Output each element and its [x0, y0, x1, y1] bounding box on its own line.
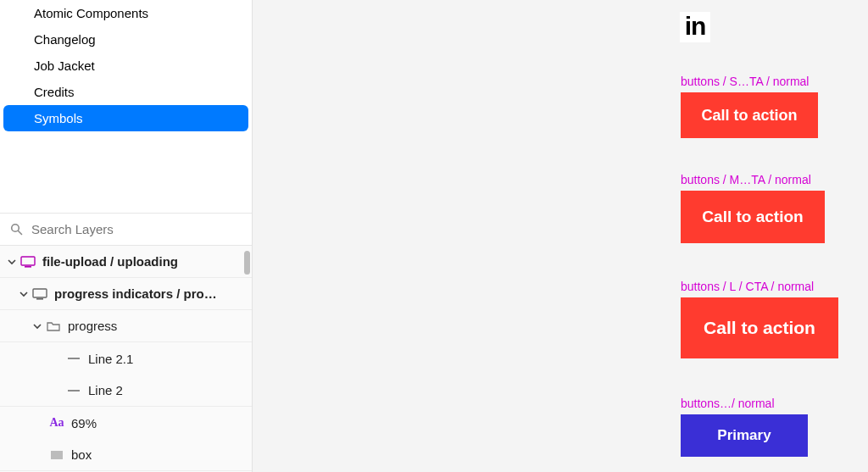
sidebar: Atomic Components Changelog Job Jacket C… [0, 0, 253, 472]
search-layers[interactable] [0, 213, 252, 246]
layers-panel: file-upload / uploading progress indicat… [0, 246, 252, 472]
chevron-down-icon [17, 290, 31, 298]
layer-progress-group[interactable]: progress [0, 310, 252, 342]
svg-rect-2 [21, 257, 35, 265]
symbol-label: buttons / S…TA / normal [681, 75, 818, 88]
layer-label: file-upload / uploading [42, 254, 243, 269]
layer-file-upload-uploading[interactable]: file-upload / uploading [0, 246, 252, 278]
layer-text-69[interactable]: Aa 69% [0, 407, 252, 439]
page-symbols[interactable]: Symbols [3, 105, 248, 131]
chevron-down-icon [31, 322, 44, 330]
page-atomic-components[interactable]: Atomic Components [3, 0, 248, 26]
canvas[interactable]: in buttons / S…TA / normal Call to actio… [253, 0, 868, 472]
cta-button-medium[interactable]: Call to action [681, 191, 825, 243]
symbol-icon [31, 288, 49, 300]
svg-line-1 [19, 231, 22, 235]
layer-label: progress indicators / pro… [54, 286, 243, 301]
linkedin-icon[interactable]: in [680, 12, 710, 42]
layer-label: Line 2.1 [88, 352, 243, 366]
layer-label: box [71, 447, 243, 462]
symbol-icon [19, 256, 37, 268]
primary-button[interactable]: Primary [681, 414, 808, 457]
svg-rect-4 [33, 289, 47, 297]
cta-button-large[interactable]: Call to action [681, 297, 838, 358]
line-icon [64, 390, 83, 391]
layer-progress-indicators[interactable]: progress indicators / pro… [0, 278, 252, 310]
symbol-buttons-s-cta-normal[interactable]: buttons / S…TA / normal Call to action [681, 75, 818, 138]
layer-label: progress [68, 319, 243, 333]
symbol-label: buttons…/ normal [681, 397, 808, 410]
page-list: Atomic Components Changelog Job Jacket C… [0, 0, 252, 131]
line-icon [64, 358, 83, 359]
search-icon [10, 223, 23, 236]
symbol-buttons-m-cta-normal[interactable]: buttons / M…TA / normal Call to action [681, 173, 825, 243]
layer-label: Line 2 [88, 383, 243, 397]
symbol-buttons-primary-normal[interactable]: buttons…/ normal Primary [681, 397, 808, 457]
search-input[interactable] [31, 222, 242, 236]
cta-button-small[interactable]: Call to action [681, 92, 818, 138]
text-icon: Aa [47, 416, 66, 430]
page-changelog[interactable]: Changelog [3, 26, 248, 53]
symbol-label: buttons / M…TA / normal [681, 173, 825, 186]
layer-line-2[interactable]: Line 2 [0, 375, 252, 407]
layer-box[interactable]: box [0, 439, 252, 471]
svg-rect-3 [25, 266, 31, 268]
folder-icon [44, 321, 63, 331]
layers-scrollbar[interactable] [244, 251, 250, 275]
rectangle-icon [47, 451, 66, 459]
symbol-label: buttons / L / CTA / normal [681, 280, 838, 293]
svg-rect-5 [36, 298, 43, 300]
page-job-jacket[interactable]: Job Jacket [3, 53, 248, 79]
chevron-down-icon [5, 258, 19, 266]
symbol-buttons-l-cta-normal[interactable]: buttons / L / CTA / normal Call to actio… [681, 280, 838, 358]
page-credits[interactable]: Credits [3, 79, 248, 105]
layer-line-2-1[interactable]: Line 2.1 [0, 342, 252, 375]
layer-label: 69% [71, 416, 243, 430]
